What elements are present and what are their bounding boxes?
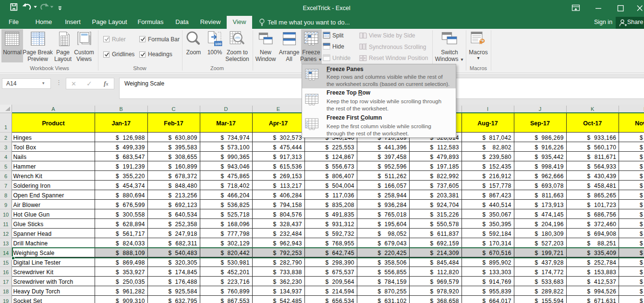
svg-text:100: 100 — [215, 42, 222, 46]
